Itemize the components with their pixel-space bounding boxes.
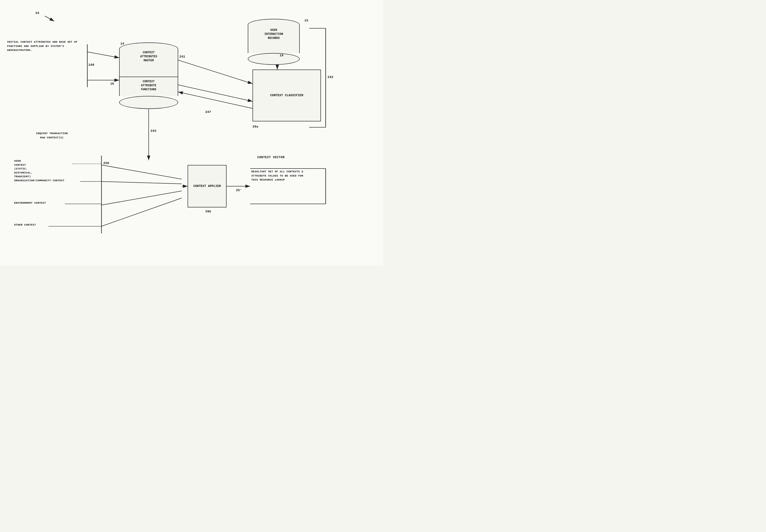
input-lines xyxy=(0,0,106,236)
ref-242: 242 xyxy=(328,75,333,79)
ref-29a: 29a xyxy=(253,125,259,128)
ref-14: 14 xyxy=(120,42,124,45)
svg-line-4 xyxy=(87,52,119,58)
svg-line-2 xyxy=(45,16,54,21)
ref-19: 19 xyxy=(280,54,284,57)
ref-25: 25' xyxy=(236,189,242,192)
context-classifier-box: CONTEXT CLASSIFIER xyxy=(253,70,321,121)
initial-context-label: INITIAL CONTEXT ATTRIBUTES AND BASE SET … xyxy=(7,40,78,53)
svg-line-8 xyxy=(178,85,253,101)
svg-line-7 xyxy=(178,60,253,84)
ref-29b: 29b xyxy=(205,210,211,213)
svg-line-13 xyxy=(101,181,182,184)
ref-24: 24 xyxy=(35,11,39,15)
ref-247: 247 xyxy=(205,110,211,114)
ref-240: 240 xyxy=(88,63,94,67)
ref-16: 16 xyxy=(110,82,114,86)
context-applier-box: CONTEXT APPLIER xyxy=(187,165,227,207)
svg-line-15 xyxy=(101,198,182,226)
ref-241: 241 xyxy=(179,55,185,58)
svg-line-14 xyxy=(101,191,182,205)
diagram: 24 INITIAL CONTEXT ATTRIBUTES AND BASE S… xyxy=(0,0,383,266)
svg-line-9 xyxy=(178,92,253,108)
ref-250: 250 xyxy=(103,161,109,165)
svg-line-12 xyxy=(101,165,182,179)
inquiry-transaction-label: INQUIRY TRANSACTIONRAW CONTEXT(S) xyxy=(19,132,85,140)
ref-15: 15 xyxy=(304,19,308,22)
ref-243: 243 xyxy=(150,129,156,133)
